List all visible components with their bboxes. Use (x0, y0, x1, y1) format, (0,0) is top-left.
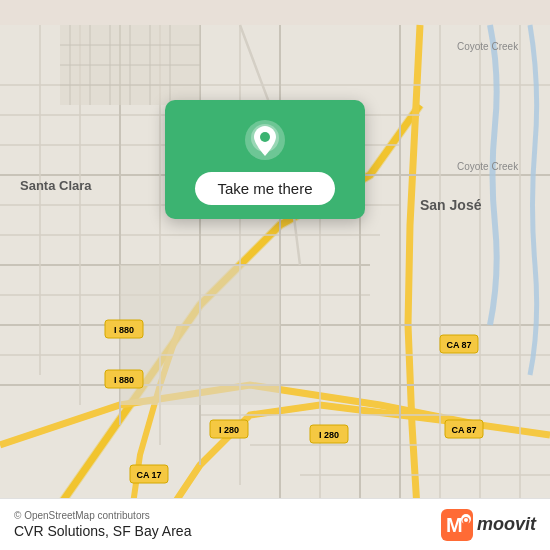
svg-text:Santa Clara: Santa Clara (20, 178, 92, 193)
svg-text:Coyote Creek: Coyote Creek (457, 161, 519, 172)
svg-point-63 (464, 518, 468, 522)
map-container: Santa Clara San José Coyote Creek Coyote… (0, 0, 550, 550)
moovit-logo: M moovit (441, 509, 536, 541)
svg-text:I 280: I 280 (319, 430, 339, 440)
svg-text:CA 17: CA 17 (136, 470, 161, 480)
svg-text:I 280: I 280 (219, 425, 239, 435)
map-background: Santa Clara San José Coyote Creek Coyote… (0, 0, 550, 550)
attribution-text: © OpenStreetMap contributors (14, 510, 191, 521)
svg-text:San José: San José (420, 197, 482, 213)
location-label: CVR Solutions, SF Bay Area (14, 523, 191, 539)
svg-text:Coyote Creek: Coyote Creek (457, 41, 519, 52)
location-card: Take me there (165, 100, 365, 219)
bottom-left: © OpenStreetMap contributors CVR Solutio… (14, 510, 191, 539)
svg-point-59 (260, 132, 270, 142)
svg-rect-38 (120, 265, 280, 405)
take-me-there-button[interactable]: Take me there (195, 172, 334, 205)
svg-text:I 880: I 880 (114, 325, 134, 335)
svg-text:CA 87: CA 87 (446, 340, 471, 350)
svg-text:CA 87: CA 87 (451, 425, 476, 435)
location-pin-icon (243, 118, 287, 162)
moovit-text: moovit (477, 514, 536, 535)
moovit-icon-svg: M (441, 509, 473, 541)
svg-text:M: M (446, 514, 463, 536)
bottom-bar: © OpenStreetMap contributors CVR Solutio… (0, 498, 550, 550)
svg-text:I 880: I 880 (114, 375, 134, 385)
